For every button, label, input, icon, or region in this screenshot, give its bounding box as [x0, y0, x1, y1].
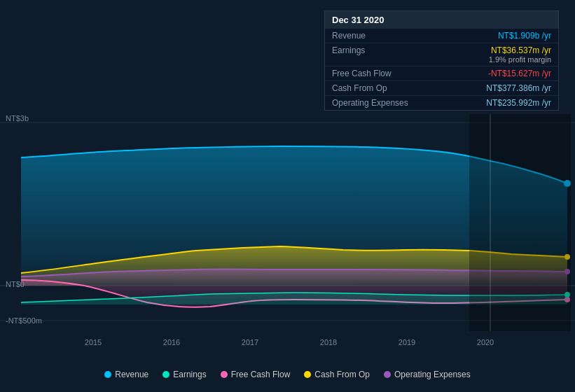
tooltip-cfo-label: Cash From Op — [332, 83, 387, 93]
tooltip-cfo-value: NT$377.386m /yr — [486, 83, 551, 93]
tooltip-earnings-margin: 1.9% profit margin — [489, 55, 551, 64]
legend-dot-fcf — [221, 371, 228, 378]
legend-item-revenue[interactable]: Revenue — [104, 370, 148, 379]
tooltip-earnings-group: NT$36.537m /yr 1.9% profit margin — [489, 46, 551, 64]
tooltip-row-fcf: Free Cash Flow -NT$15.627m /yr — [325, 66, 558, 81]
tooltip-row-revenue: Revenue NT$1.909b /yr — [325, 29, 558, 43]
tooltip-opex-value: NT$235.992m /yr — [486, 98, 551, 108]
tooltip-header: Dec 31 2020 — [325, 11, 558, 29]
tooltip-earnings-value: NT$36.537m /yr — [491, 46, 551, 55]
legend-dot-cfo — [304, 371, 311, 378]
legend-label-cfo: Cash From Op — [314, 370, 370, 379]
legend-dot-earnings — [162, 371, 169, 378]
svg-rect-8 — [469, 114, 571, 331]
legend-label-opex: Operating Expenses — [394, 370, 471, 379]
legend-item-earnings[interactable]: Earnings — [162, 370, 206, 379]
tooltip-box: Dec 31 2020 Revenue NT$1.909b /yr Earnin… — [324, 10, 559, 111]
y-label-mid: NT$0 — [6, 280, 25, 288]
legend-dot-revenue — [104, 371, 111, 378]
legend-dot-opex — [384, 371, 391, 378]
tooltip-fcf-label: Free Cash Flow — [332, 69, 392, 78]
tooltip-row-earnings: Earnings NT$36.537m /yr 1.9% profit marg… — [325, 43, 558, 66]
tooltip-earnings-label: Earnings — [332, 46, 365, 55]
tooltip-row-cfo: Cash From Op NT$377.386m /yr — [325, 81, 558, 96]
legend-label-fcf: Free Cash Flow — [231, 370, 291, 379]
x-label-2016: 2016 — [163, 338, 180, 346]
tooltip-fcf-value: -NT$15.627m /yr — [488, 69, 551, 78]
legend-item-cfo[interactable]: Cash From Op — [304, 370, 370, 379]
x-label-2020: 2020 — [477, 338, 494, 346]
x-label-2017: 2017 — [242, 338, 258, 346]
x-label-2018: 2018 — [320, 338, 337, 346]
legend-item-opex[interactable]: Operating Expenses — [384, 370, 471, 379]
tooltip-opex-label: Operating Expenses — [332, 98, 408, 108]
legend-label-revenue: Revenue — [115, 370, 148, 379]
tooltip-revenue-value: NT$1.909b /yr — [498, 31, 551, 41]
tooltip-row-opex: Operating Expenses NT$235.992m /yr — [325, 96, 558, 110]
x-label-2019: 2019 — [399, 338, 415, 346]
chart-container: NT$3b NT$0 -NT$500m 2015 2016 2017 2018 … — [0, 0, 575, 392]
legend-item-fcf[interactable]: Free Cash Flow — [221, 370, 291, 379]
tooltip-revenue-label: Revenue — [332, 31, 366, 41]
y-label-bottom: -NT$500m — [6, 316, 42, 325]
chart-legend: Revenue Earnings Free Cash Flow Cash Fro… — [0, 370, 575, 379]
y-label-top: NT$3b — [6, 114, 29, 122]
x-label-2015: 2015 — [85, 338, 102, 346]
legend-label-earnings: Earnings — [173, 370, 206, 379]
